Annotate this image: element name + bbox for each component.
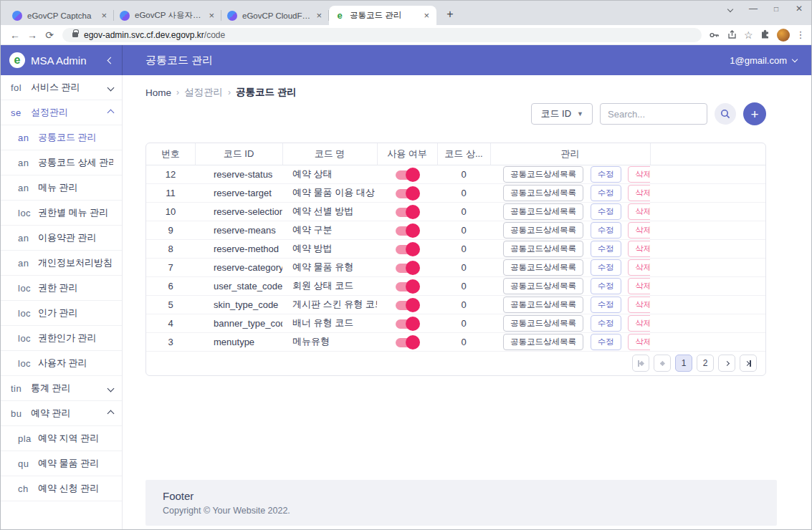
edit-button[interactable]: 수정: [591, 259, 621, 276]
use-toggle[interactable]: [396, 170, 419, 180]
delete-button[interactable]: 삭제: [628, 222, 650, 238]
edit-button[interactable]: 수정: [591, 203, 621, 220]
detail-list-button[interactable]: 공통코드상세목록: [503, 203, 583, 220]
breadcrumb-section[interactable]: 설정관리: [184, 86, 223, 99]
refresh-button[interactable]: ⟳: [41, 29, 58, 41]
delete-button[interactable]: 삭제: [628, 166, 650, 183]
last-page-button[interactable]: [740, 355, 757, 372]
sidebar-item[interactable]: bu 예약 관리: [1, 401, 122, 426]
delete-button[interactable]: 삭제: [628, 297, 650, 313]
use-toggle[interactable]: [396, 319, 419, 329]
detail-list-button[interactable]: 공통코드상세목록: [503, 334, 583, 350]
bookmark-star-icon[interactable]: ☆: [744, 29, 753, 41]
profile-avatar[interactable]: [777, 29, 790, 42]
sidebar-item[interactable]: loc 권한별 메뉴 관리: [1, 201, 122, 226]
page-number-button[interactable]: 2: [697, 355, 714, 372]
browser-tab[interactable]: eGovCP CloudFoundry ×: [221, 6, 329, 25]
edit-button[interactable]: 수정: [591, 166, 621, 183]
browser-tab[interactable]: eGovCP 사용자 포털 ×: [114, 6, 221, 25]
edit-button[interactable]: 수정: [591, 222, 621, 238]
detail-list-button[interactable]: 공통코드상세목록: [503, 315, 583, 332]
edit-button[interactable]: 수정: [591, 241, 621, 257]
cell-detail-count: 0: [437, 276, 490, 295]
browser-menu-icon[interactable]: ⋮: [796, 29, 806, 40]
tab-title: 공통코드 관리: [350, 10, 418, 21]
edit-button[interactable]: 수정: [591, 297, 621, 313]
detail-list-button[interactable]: 공통코드상세목록: [503, 185, 583, 201]
use-toggle[interactable]: [396, 189, 419, 198]
use-toggle[interactable]: [396, 282, 419, 292]
address-bar[interactable]: egov-admin.svc.cf.dev.egovp.kr/code: [62, 28, 702, 42]
new-tab-button[interactable]: +: [441, 5, 459, 24]
sidebar-item[interactable]: loc 권한 관리: [1, 276, 122, 301]
extensions-puzzle-icon[interactable]: [760, 29, 770, 40]
detail-list-button[interactable]: 공통코드상세목록: [503, 241, 583, 257]
use-toggle[interactable]: [396, 301, 419, 310]
sidebar-item[interactable]: an 공통코드 관리: [1, 125, 122, 150]
sidebar-item-label: 서비스 관리: [31, 81, 104, 94]
tab-close-icon[interactable]: ×: [422, 10, 431, 21]
browser-tab[interactable]: eGovCP Captcha ×: [6, 6, 114, 25]
user-menu[interactable]: 1@gmail.com: [730, 55, 811, 66]
detail-list-button[interactable]: 공통코드상세목록: [503, 222, 583, 238]
sidebar-item[interactable]: an 개인정보처리방침 관리: [1, 251, 122, 276]
forward-button[interactable]: →: [24, 29, 41, 41]
edit-button[interactable]: 수정: [591, 334, 621, 350]
use-toggle[interactable]: [396, 338, 419, 347]
delete-button[interactable]: 삭제: [628, 315, 650, 332]
sidebar-item[interactable]: pla 예약 지역 관리: [1, 426, 122, 451]
close-window-button[interactable]: ✕: [793, 4, 806, 14]
detail-list-button[interactable]: 공통코드상세목록: [503, 259, 583, 276]
sidebar-item[interactable]: tin 통계 관리: [1, 376, 122, 401]
sidebar-item[interactable]: an 이용약관 관리: [1, 226, 122, 251]
edit-button[interactable]: 수정: [591, 185, 621, 201]
window-controls: — □ ✕: [724, 4, 806, 14]
add-code-button[interactable]: +: [743, 102, 766, 125]
search-input[interactable]: [600, 103, 707, 125]
share-icon[interactable]: [727, 29, 737, 40]
use-toggle[interactable]: [396, 208, 419, 217]
use-toggle[interactable]: [396, 226, 419, 236]
detail-list-button[interactable]: 공통코드상세목록: [503, 166, 583, 183]
prev-page-button[interactable]: [654, 355, 671, 372]
cell-number: 10: [146, 202, 195, 221]
sidebar-item[interactable]: an 메뉴 관리: [1, 175, 122, 201]
page-number-button[interactable]: 1: [675, 355, 692, 372]
detail-list-button[interactable]: 공통코드상세목록: [503, 297, 583, 313]
sidebar-item[interactable]: loc 인가 관리: [1, 301, 122, 326]
tab-close-icon[interactable]: ×: [315, 10, 323, 21]
browser-tab[interactable]: e 공통코드 관리 ×: [329, 6, 436, 25]
search-button[interactable]: [715, 103, 736, 125]
sidebar-item[interactable]: qu 예약 물품 관리: [1, 451, 122, 476]
tab-search-icon[interactable]: [724, 4, 737, 14]
sidebar-item[interactable]: an 공통코드 상세 관리: [1, 150, 122, 175]
maximize-button[interactable]: □: [770, 5, 783, 13]
delete-button[interactable]: 삭제: [628, 334, 650, 350]
detail-list-button[interactable]: 공통코드상세목록: [503, 278, 583, 294]
delete-button[interactable]: 삭제: [628, 259, 650, 276]
delete-button[interactable]: 삭제: [628, 241, 650, 257]
use-toggle[interactable]: [396, 264, 419, 273]
minimize-button[interactable]: —: [747, 4, 760, 14]
sidebar-item[interactable]: se 설정관리: [1, 100, 122, 125]
sidebar-item[interactable]: fol 서비스 관리: [1, 75, 122, 100]
tab-close-icon[interactable]: ×: [207, 10, 216, 21]
sidebar-item[interactable]: ch 예약 신청 관리: [1, 476, 122, 501]
password-key-icon[interactable]: [709, 29, 720, 41]
delete-button[interactable]: 삭제: [628, 203, 650, 220]
edit-button[interactable]: 수정: [591, 278, 621, 294]
breadcrumb-home[interactable]: Home: [145, 87, 171, 98]
sidebar-collapse-icon[interactable]: [108, 57, 115, 64]
back-button[interactable]: ←: [6, 29, 24, 41]
delete-button[interactable]: 삭제: [628, 185, 650, 201]
use-toggle[interactable]: [396, 245, 419, 254]
sidebar-item-icon: an: [18, 183, 32, 193]
next-page-button[interactable]: [718, 355, 735, 372]
sidebar-item[interactable]: loc 사용자 관리: [1, 351, 122, 376]
first-page-button[interactable]: [632, 355, 649, 372]
edit-button[interactable]: 수정: [591, 315, 621, 332]
filter-dropdown[interactable]: 코드 ID ▼: [531, 103, 593, 125]
delete-button[interactable]: 삭제: [628, 278, 650, 294]
sidebar-item[interactable]: loc 권한인가 관리: [1, 326, 122, 351]
tab-close-icon[interactable]: ×: [100, 10, 108, 21]
